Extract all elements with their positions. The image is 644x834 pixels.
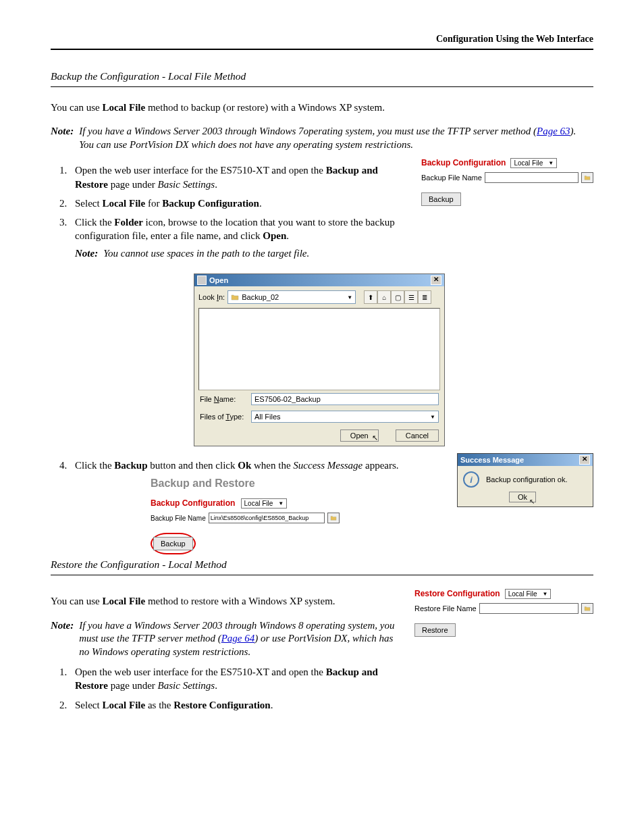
step-3: Click the Folder icon, browse to the loc… <box>70 215 408 260</box>
chevron-down-icon: ▼ <box>347 294 352 301</box>
text: You can use <box>51 596 102 606</box>
highlight-circle: Backup <box>151 533 196 554</box>
link-page63[interactable]: Page 63 <box>537 126 570 136</box>
text: You can use <box>51 102 102 113</box>
text: Open the web user interface for the ES75… <box>75 667 326 677</box>
bar-config-select[interactable]: Local File ▼ <box>241 498 288 509</box>
details-view-icon[interactable]: ≣ <box>418 290 431 304</box>
restore-config-panel: Restore Configuration Local File ▼ Resto… <box>414 589 593 637</box>
text: method to backup (or restore) with a Win… <box>145 102 385 113</box>
section1-note: Note: If you have a Windows Server 2003 … <box>51 125 593 151</box>
look-in-select[interactable]: Backup_02 ▼ <box>227 290 356 304</box>
chevron-down-icon: ▼ <box>430 414 435 420</box>
section2-steps: Open the web user interface for the ES75… <box>51 665 401 712</box>
text: page under <box>108 179 158 190</box>
chevron-down-icon: ▼ <box>548 160 554 166</box>
page-header-right: Configuration Using the Web Interface <box>51 34 593 45</box>
select-value: Local File <box>244 500 273 507</box>
restore-button[interactable]: Restore <box>414 623 456 637</box>
msg-title: Success Message <box>460 456 524 464</box>
info-icon: i <box>463 471 479 488</box>
backup-restore-panel: Backup and Restore Backup Configuration … <box>151 477 340 554</box>
backup-filename-label: Backup File Name <box>421 174 482 182</box>
files-type-value: All Files <box>254 413 281 421</box>
text: when the <box>251 460 293 471</box>
section2-note: Note: If you have a Windows Server 2003 … <box>51 619 401 659</box>
chevron-down-icon: ▼ <box>278 500 284 506</box>
backup-config-panel: Backup Configuration Local File ▼ Backup… <box>421 158 593 206</box>
note-label: Note: <box>51 619 79 659</box>
new-folder-icon[interactable]: ▢ <box>391 290 404 304</box>
success-message-dialog: Success Message ✕ i Backup configuration… <box>457 453 593 507</box>
note-text: If you have a Windows Server 2003 throug… <box>79 619 401 659</box>
text: . <box>215 179 217 190</box>
up-folder-icon[interactable]: ⬆ <box>364 290 377 304</box>
section1-steps-cont: Click the Backup button and then click O… <box>51 459 444 472</box>
folder-icon[interactable] <box>581 603 593 614</box>
section1-rule <box>51 86 593 87</box>
files-type-label: Files of Type: <box>200 413 247 421</box>
restore-config-select[interactable]: Local File ▼ <box>505 589 552 599</box>
text-bold: Backup Configuration <box>162 198 259 209</box>
files-type-select[interactable]: All Files ▼ <box>251 411 439 423</box>
note-text: If you have a Windows Server 2003 throug… <box>79 125 593 151</box>
text-bold: Local File <box>102 596 145 606</box>
text-bold: Local File <box>102 700 145 710</box>
note-label: Note: <box>75 247 103 261</box>
header-rule <box>51 49 593 50</box>
text: as the <box>145 700 173 710</box>
open-dialog-titlebar: Open ✕ <box>194 274 444 286</box>
cancel-button[interactable]: Cancel <box>396 429 439 442</box>
backup-config-title: Backup Configuration <box>421 158 506 167</box>
home-icon[interactable]: ⌂ <box>377 290 391 304</box>
text-bold: Local File <box>102 102 145 113</box>
close-icon[interactable]: ✕ <box>431 276 441 285</box>
text: appears. <box>363 460 398 471</box>
file-name-input[interactable]: ES7506-02_Backup <box>251 393 439 405</box>
text: page under <box>108 680 158 691</box>
text: . <box>271 700 273 710</box>
cursor-icon: ↖ <box>529 498 535 505</box>
text-bold: Open <box>263 230 286 241</box>
text: Click the <box>75 217 114 228</box>
text: Click the <box>75 460 114 471</box>
folder-icon[interactable] <box>581 172 593 183</box>
section1-title: Backup the Configuration - Local File Me… <box>51 70 593 82</box>
backup-button[interactable]: Backup <box>153 537 193 550</box>
link-page64[interactable]: Page 64 <box>221 633 255 644</box>
restore-filename-input[interactable] <box>479 603 579 614</box>
text-bold: Local File <box>102 198 145 209</box>
text: Select <box>75 700 102 710</box>
step-4: Click the Backup button and then click O… <box>70 459 444 472</box>
file-name-label: File Name: <box>200 395 247 403</box>
section1-intro: You can use Local File method to backup … <box>51 101 593 114</box>
step-1: Open the web user interface for the ES75… <box>70 665 401 693</box>
select-value: Local File <box>514 159 543 167</box>
text-italic: Basic Settings <box>158 179 215 190</box>
look-in-label: Look In: <box>198 293 225 301</box>
close-icon[interactable]: ✕ <box>579 455 590 465</box>
open-dialog-toolbar: Look In: Backup_02 ▼ ⬆ ⌂ ▢ ☰ ≣ <box>194 286 444 308</box>
backup-filename-input[interactable] <box>485 172 579 183</box>
look-in-value: Backup_02 <box>242 293 279 301</box>
cursor-icon: ↖ <box>372 434 378 446</box>
toolbar-nav-icons: ⬆ ⌂ ▢ ☰ ≣ <box>364 290 431 304</box>
text: If you have a Windows Server 2003 throug… <box>79 126 537 136</box>
list-view-icon[interactable]: ☰ <box>404 290 418 304</box>
text-bold: Ok <box>238 460 251 471</box>
text: . <box>286 230 289 241</box>
section2-title: Restore the Configuration - Local Method <box>51 558 593 571</box>
file-list-area[interactable] <box>198 308 440 390</box>
folder-icon[interactable] <box>327 513 340 523</box>
bar-config-title: Backup Configuration <box>151 498 235 508</box>
backup-button[interactable]: Backup <box>421 192 461 206</box>
text-italic: Success Message <box>293 460 363 471</box>
text-bold: Backup <box>114 460 147 471</box>
section2-rule <box>51 575 593 575</box>
text: method to restore with a Windows XP syst… <box>145 596 335 606</box>
restore-config-title: Restore Configuration <box>414 589 500 598</box>
msg-body-text: Backup configuration ok. <box>486 475 567 484</box>
bar-filename-input[interactable]: Linx\Es8508\config\ES8508_Backup <box>209 513 325 523</box>
bar-heading: Backup and Restore <box>151 477 340 490</box>
backup-config-select[interactable]: Local File ▼ <box>510 158 557 168</box>
